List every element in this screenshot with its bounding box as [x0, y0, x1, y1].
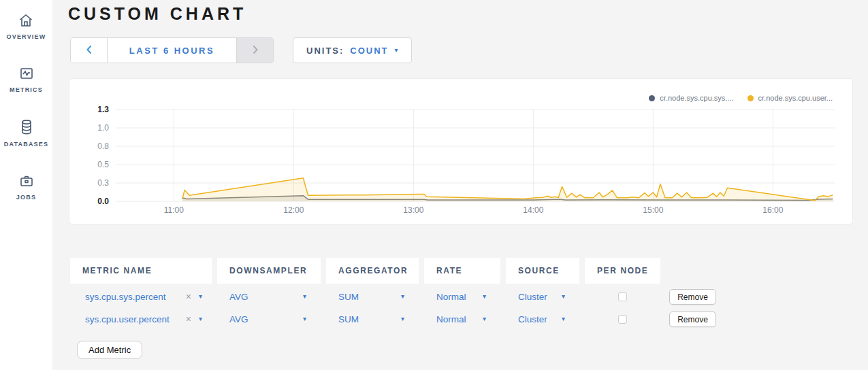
rate-value: Normal — [436, 314, 466, 324]
chevron-left-icon — [86, 45, 92, 56]
metrics-table-header: METRIC NAME DOWNSAMPLER AGGREGATOR RATE … — [70, 258, 660, 284]
chevron-down-icon: ▾ — [401, 316, 404, 322]
svg-text:0.0: 0.0 — [97, 197, 109, 206]
clear-metric-icon[interactable]: × — [186, 314, 191, 324]
svg-text:1.0: 1.0 — [97, 123, 109, 133]
per-node-cell — [585, 292, 660, 301]
column-header-source: SOURCE — [506, 258, 579, 284]
chevron-down-icon: ▾ — [483, 293, 486, 300]
units-value: COUNT — [350, 46, 388, 56]
series-dot-icon — [748, 95, 754, 101]
remove-metric-button[interactable]: Remove — [669, 289, 716, 305]
source-value: Cluster — [518, 292, 547, 302]
sidebar-item-metrics[interactable]: METRICS — [10, 65, 43, 93]
sidebar-item-overview[interactable]: OVERVIEW — [7, 12, 46, 40]
legend-item-sys[interactable]: cr.node.sys.cpu.sys.... — [649, 94, 733, 102]
sidebar-item-jobs[interactable]: JOBS — [16, 173, 36, 201]
metric-row: sys.cpu.sys.percent × ▾ AVG ▾ SUM ▾ Norm… — [70, 288, 660, 305]
chart-panel: 1.31.00.80.50.30.011:0012:0013:0014:0015… — [69, 78, 853, 224]
clear-metric-icon[interactable]: × — [186, 291, 191, 302]
units-dropdown[interactable]: UNITS: COUNT ▾ — [293, 37, 412, 63]
column-header-aggregator: AGGREGATOR — [326, 258, 419, 284]
units-label: UNITS: — [306, 46, 344, 56]
svg-text:13:00: 13:00 — [403, 205, 423, 215]
rate-select[interactable]: Normal ▾ — [424, 292, 500, 302]
sidebar-item-label: JOBS — [16, 194, 36, 201]
chevron-down-icon: ▾ — [562, 316, 565, 322]
svg-text:15:00: 15:00 — [643, 205, 663, 215]
sidebar: OVERVIEW METRICS DATABASES — [0, 0, 52, 370]
downsampler-value: AVG — [229, 292, 248, 302]
metric-name-value: sys.cpu.user.percent — [85, 314, 170, 324]
aggregator-select[interactable]: SUM ▾ — [326, 314, 419, 324]
legend-item-user[interactable]: cr.node.sys.cpu.user... — [748, 94, 833, 102]
chevron-down-icon: ▾ — [303, 316, 306, 322]
metrics-icon — [18, 65, 35, 82]
chevron-down-icon: ▾ — [199, 293, 202, 300]
column-header-metric-name: METRIC NAME — [70, 258, 212, 284]
database-icon — [18, 118, 35, 136]
metric-name-dropdown[interactable]: sys.cpu.sys.percent × ▾ — [70, 291, 212, 302]
chevron-down-icon: ▾ — [562, 293, 565, 300]
source-value: Cluster — [518, 314, 547, 324]
series-dot-icon — [649, 95, 655, 101]
chevron-down-icon: ▾ — [483, 316, 486, 322]
metric-row: sys.cpu.user.percent × ▾ AVG ▾ SUM ▾ Nor… — [70, 310, 660, 328]
rate-value: Normal — [436, 292, 466, 302]
legend-label: cr.node.sys.cpu.user... — [758, 94, 833, 102]
svg-text:0.5: 0.5 — [97, 160, 109, 169]
aggregator-select[interactable]: SUM ▾ — [326, 292, 419, 302]
chevron-right-icon — [253, 45, 258, 56]
sidebar-item-label: DATABASES — [4, 141, 48, 148]
per-node-checkbox[interactable] — [618, 292, 627, 301]
chart-legend: cr.node.sys.cpu.sys.... cr.node.sys.cpu.… — [649, 94, 833, 102]
remove-metric-button[interactable]: Remove — [669, 312, 716, 327]
column-header-rate: RATE — [424, 258, 500, 284]
time-range-next-button[interactable] — [236, 38, 273, 63]
svg-text:0.3: 0.3 — [97, 178, 109, 188]
chevron-down-icon: ▾ — [303, 293, 306, 300]
chevron-down-icon: ▾ — [199, 316, 202, 322]
svg-text:14:00: 14:00 — [523, 205, 543, 215]
sidebar-item-label: METRICS — [10, 86, 43, 93]
column-header-per-node: PER NODE — [585, 258, 660, 284]
metric-name-value: sys.cpu.sys.percent — [85, 292, 166, 302]
svg-text:12:00: 12:00 — [283, 205, 304, 215]
svg-text:0.8: 0.8 — [97, 141, 109, 151]
page-title: CUSTOM CHART — [68, 4, 246, 24]
downsampler-select[interactable]: AVG ▾ — [217, 292, 321, 302]
downsampler-value: AVG — [229, 314, 248, 324]
sidebar-item-databases[interactable]: DATABASES — [4, 118, 48, 148]
time-range-prev-button[interactable] — [71, 38, 108, 63]
add-metric-button[interactable]: Add Metric — [77, 341, 142, 359]
time-range-dropdown[interactable]: LAST 6 HOURS — [108, 38, 236, 63]
source-select[interactable]: Cluster ▾ — [506, 292, 579, 302]
legend-label: cr.node.sys.cpu.sys.... — [660, 94, 733, 102]
per-node-checkbox[interactable] — [618, 315, 627, 324]
downsampler-select[interactable]: AVG ▾ — [217, 314, 321, 324]
svg-text:11:00: 11:00 — [164, 205, 184, 215]
time-range-selector: LAST 6 HOURS — [70, 37, 274, 63]
home-icon — [18, 12, 34, 29]
column-header-downsampler: DOWNSAMPLER — [217, 258, 321, 284]
metric-name-dropdown[interactable]: sys.cpu.user.percent × ▾ — [70, 314, 212, 324]
per-node-cell — [585, 315, 660, 324]
chevron-down-icon: ▾ — [395, 47, 398, 54]
source-select[interactable]: Cluster ▾ — [506, 314, 579, 324]
custom-chart-page: OVERVIEW METRICS DATABASES — [0, 0, 868, 370]
briefcase-icon — [18, 173, 35, 189]
aggregator-value: SUM — [338, 314, 359, 324]
svg-text:1.3: 1.3 — [97, 105, 109, 114]
sidebar-item-label: OVERVIEW — [7, 33, 46, 40]
chevron-down-icon: ▾ — [401, 293, 404, 300]
aggregator-value: SUM — [338, 292, 359, 302]
svg-text:16:00: 16:00 — [762, 205, 783, 215]
rate-select[interactable]: Normal ▾ — [424, 314, 500, 324]
